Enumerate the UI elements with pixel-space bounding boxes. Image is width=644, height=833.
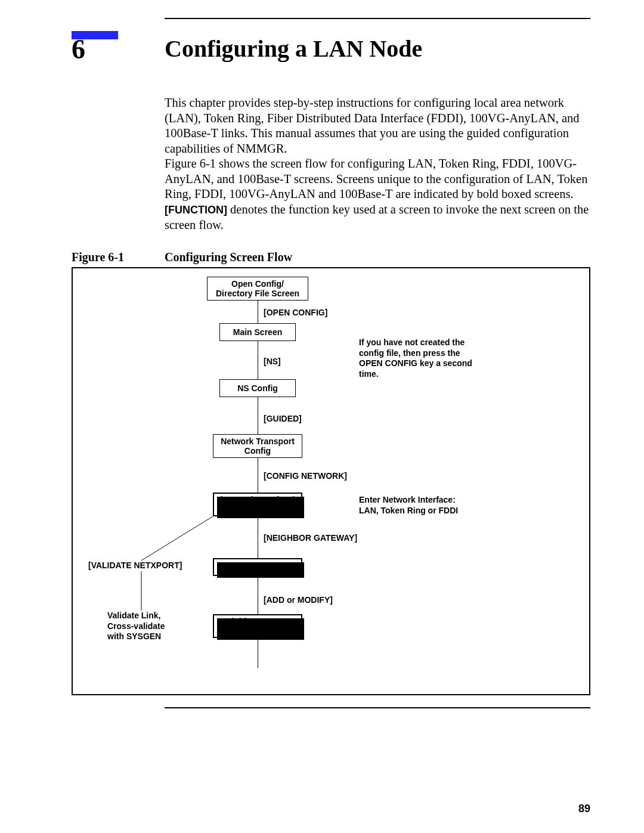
chapter-number: 6 (72, 36, 85, 63)
node-net-transport: Network Transport Config (213, 434, 302, 458)
page: 6 Configuring a LAN Node This chapter pr… (0, 0, 644, 833)
node-open-config: Open Config/ Directory File Screen (207, 277, 308, 301)
chapter-title: Configuring a LAN Node (165, 36, 422, 62)
node-ns-config: NS Config (219, 379, 296, 397)
paragraph-1: This chapter provides step-by-step instr… (165, 95, 590, 157)
branch-svg (73, 268, 589, 694)
node-main-screen: Main Screen (219, 323, 296, 341)
paragraph-2-a: Figure 6-1 shows the screen flow for con… (165, 157, 587, 200)
figure-label: Figure 6-1 (72, 250, 590, 264)
node-neighbor-reachable: Neighbor Gateway Reachable Networks (213, 614, 302, 638)
node-neighbor-gateways: Neighbor Gateways (213, 558, 302, 576)
figure-title: Configuring Screen Flow (165, 250, 292, 264)
svg-line-0 (141, 516, 213, 561)
node-network-interface: (Network Interface) Config (213, 493, 302, 516)
paragraph-2: Figure 6-1 shows the screen flow for con… (165, 156, 590, 233)
flowchart: Open Config/ Directory File Screen [OPEN… (72, 267, 590, 695)
top-rule (165, 18, 590, 19)
function-keyword: [FUNCTION] (165, 204, 227, 216)
page-number: 89 (578, 803, 590, 815)
bottom-rule (165, 707, 590, 708)
paragraph-2-b: denotes the function key used at a scree… (165, 203, 589, 231)
